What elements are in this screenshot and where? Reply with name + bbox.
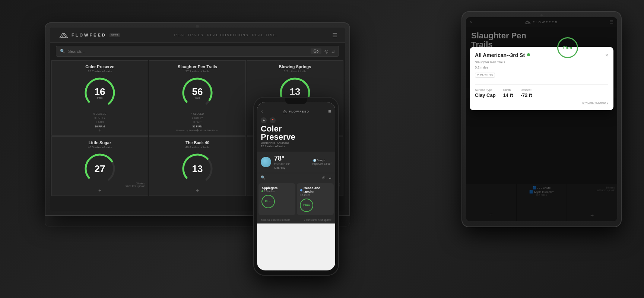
- flowfeed-logo-icon: [57, 31, 69, 39]
- parking-p-icon: P: [477, 73, 479, 77]
- popup-status-dot: [527, 53, 530, 56]
- phone-search-bar: 🔍 ◎ ⊿: [257, 173, 335, 182]
- phone-trail-cease-dist: 0.6 miles: [300, 194, 331, 196]
- surface-value: Clay Cap: [475, 92, 496, 98]
- green-dot-1: [261, 190, 263, 192]
- gauge-container: 27: [83, 152, 117, 186]
- search-bar-area: 🔍 Go ◎ ⊿: [50, 43, 345, 60]
- tablet-camera: [540, 14, 543, 16]
- search-input[interactable]: [68, 49, 308, 54]
- phone-search-icon[interactable]: 🔍: [261, 175, 265, 180]
- tagline: REAL TRAILS. REAL CONDITIONS. REAL TIME.: [174, 33, 278, 37]
- gauge-number: 13: [290, 87, 301, 96]
- trail-card-slaughter-pen[interactable]: Slaughter Pen Trails 27.7 miles of trail…: [149, 60, 246, 136]
- phone-trail-applegate[interactable]: Applegate 2.5 miles Firm: [258, 183, 295, 215]
- popup-feedback-link[interactable]: Provide feedback: [475, 101, 608, 105]
- popup-sub-distance: 0.2 miles: [475, 66, 608, 69]
- phone-logo-text: FLOWFEED: [289, 110, 310, 113]
- phone-trail-cease-header: ◆ Cease and Desist: [300, 186, 331, 194]
- beta-badge: BETA: [110, 33, 120, 37]
- app-header: FLOWFEED BETA REAL TRAILS. REAL CONDITIO…: [50, 28, 345, 43]
- phone-trails-container: Applegate 2.5 miles Firm ◆ Cease and Des…: [257, 182, 335, 216]
- phone-trail-applegate-condition: Firm: [261, 195, 275, 208]
- search-actions: ◎ ⊿: [324, 49, 335, 54]
- hamburger-menu-icon[interactable]: ☰: [332, 32, 337, 39]
- card-trail-name: The Back 40: [153, 140, 242, 145]
- trail-add-button[interactable]: +: [98, 127, 101, 133]
- descent-label: Descent: [520, 88, 532, 92]
- phone-footer-right: 7 mins until next update: [304, 219, 331, 221]
- card-timing: 50 mins since last update: [125, 182, 145, 187]
- tablet-device: < FLOWFEED ☰ Slaughter PenTrails Bentonv…: [461, 11, 622, 227]
- phone-filter-icon[interactable]: ⊿: [329, 175, 331, 180]
- trail-add-button[interactable]: +: [98, 187, 101, 193]
- descent-value: -72 ft: [520, 92, 532, 98]
- main-scene: FLOWFEED BETA REAL TRAILS. REAL CONDITIO…: [0, 0, 644, 298]
- firm-condition-badge: Firm: [557, 37, 578, 58]
- phone-trail-name: ColerPreserve: [261, 125, 331, 141]
- popup-close-button[interactable]: ×: [605, 52, 608, 58]
- filter-icon[interactable]: ⊿: [331, 49, 335, 54]
- climb-value: 14 ft: [503, 92, 513, 98]
- phone-trail-location: Bentonville, Arkansas: [261, 141, 331, 145]
- diamond-icon: ◆: [300, 188, 303, 192]
- logo-text: FLOWFEED: [72, 33, 107, 37]
- phone-trail-applegate-name: Applegate: [261, 186, 292, 190]
- tablet-screen: < FLOWFEED ☰ Slaughter PenTrails Bentonv…: [466, 17, 617, 221]
- phone-trail-miles: 15.7 miles of trails: [261, 145, 331, 148]
- trail-card-little-sugar[interactable]: Little Sugar 46.5 miles of trails 27 50 …: [51, 136, 148, 196]
- gauge-number: 27: [95, 164, 105, 174]
- phone-weather: 78° Feels like 79° Clear sky 💨 0 mph Hig…: [257, 152, 335, 173]
- phone-trail-cease-condition: Firm: [300, 199, 313, 212]
- phone-back-button[interactable]: <: [261, 110, 263, 114]
- phone-footer: 53 mins since last update 7 mins until n…: [257, 216, 335, 224]
- go-button[interactable]: Go: [311, 48, 321, 54]
- gauge-container: 56 trails: [181, 76, 214, 110]
- popup-header: All American--3rd St Firm ×: [475, 52, 608, 58]
- phone-trail-applegate-dist: 2.5 miles: [261, 190, 292, 193]
- search-icon: 🔍: [60, 49, 65, 54]
- stat-surface: Surface Type Clay Cap: [475, 88, 496, 98]
- phone-play-icon[interactable]: ▶: [261, 117, 267, 123]
- gauge-center: 13: [192, 164, 203, 174]
- phone-wind: 💨 0 mph High/Low 83/65°: [313, 159, 331, 165]
- gauge-center: 16 trails: [95, 87, 105, 99]
- gauge-number: 56: [192, 87, 203, 96]
- gauge-container: 13: [181, 152, 214, 186]
- popup-condition: Firm: [557, 37, 578, 58]
- trail-card-back-40[interactable]: The Back 40 40.4 miles of trails 13 +: [149, 136, 246, 196]
- popup-trail-name: All American--3rd St: [475, 52, 525, 58]
- gauge-container: 16 trails: [83, 76, 117, 110]
- stat-row: 0 RUTTY: [153, 116, 242, 120]
- phone-trail-section: ▶ 📍 ColerPreserve Bentonville, Arkansas …: [257, 116, 335, 152]
- phone-trail-icons-row: ▶ 📍: [261, 117, 331, 123]
- gauge-number: 16: [95, 87, 105, 96]
- search-container: 🔍 Go ◎ ⊿: [56, 46, 339, 57]
- card-trail-name: Coler Preserve: [55, 64, 144, 69]
- gauge-number: 13: [192, 164, 203, 174]
- trail-add-button[interactable]: +: [196, 127, 199, 133]
- phone-footer-left: 53 mins since last update: [261, 219, 290, 221]
- phone-temp-block: 78° Feels like 79° Clear sky: [274, 155, 290, 170]
- gauge-center: 56 trails: [192, 87, 203, 99]
- phone-location-pin-icon[interactable]: 📍: [270, 117, 276, 123]
- phone-screen: < FLOWFEED ☰ ▶ 📍: [257, 102, 335, 270]
- stat-climb: Climb 14 ft: [503, 88, 513, 98]
- phone-wind-icon: 💨: [313, 159, 316, 162]
- phone-weather-icon: [261, 157, 271, 167]
- phone-location-icon[interactable]: ◎: [322, 175, 326, 180]
- phone-menu-icon[interactable]: ☰: [328, 110, 331, 114]
- trail-add-button[interactable]: +: [196, 187, 199, 193]
- stat-row: 0 FAIR: [153, 120, 242, 124]
- tablet-outer: < FLOWFEED ☰ Slaughter PenTrails Bentonv…: [461, 11, 622, 227]
- phone-trails-grid: Applegate 2.5 miles Firm ◆ Cease and Des…: [258, 183, 334, 215]
- phone-trail-cease[interactable]: ◆ Cease and Desist 0.6 miles Firm: [297, 183, 334, 215]
- phone-weather-detail: Feels like 79° Clear sky: [274, 162, 290, 170]
- trail-card-coler-preserve[interactable]: Coler Preserve 15.7 miles of trails 16 t…: [51, 60, 148, 136]
- phone-trail-cease-name: Cease and Desist: [304, 186, 331, 194]
- phone-logo-area: FLOWFEED: [282, 110, 310, 114]
- stat-row: 0 RUTTY: [55, 116, 144, 120]
- card-trail-name: Slaughter Pen Trails: [153, 64, 242, 69]
- location-icon[interactable]: ◎: [324, 49, 328, 54]
- surface-label: Surface Type: [475, 88, 496, 92]
